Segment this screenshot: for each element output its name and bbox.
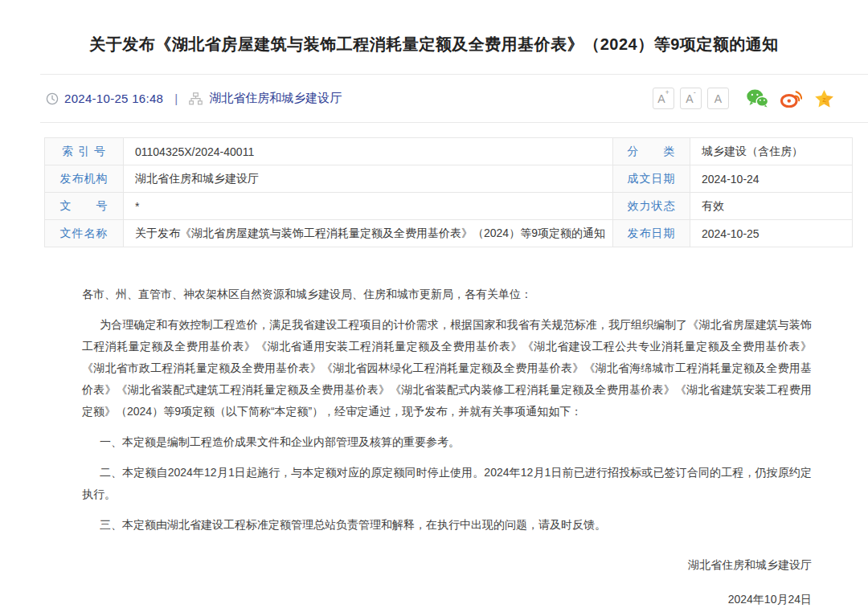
table-row: 发布机构 湖北省住房和城乡建设厅 成文日期 2024-10-24 (45, 165, 853, 193)
wechat-share-icon[interactable] (747, 89, 768, 108)
info-label-publish-date: 发布日期 (613, 220, 690, 247)
article-page: 关于发布《湖北省房屋建筑与装饰工程消耗量定额及全费用基价表》（2024）等9项定… (0, 32, 868, 608)
clock-icon (46, 92, 59, 105)
paragraph-item-1: 一、本定额是编制工程造价成果文件和企业内部管理及核算的重要参考。 (82, 431, 812, 453)
info-label-category: 分 类 (613, 138, 690, 165)
meta-bar: 2024-10-25 16:48 | 湖北省住房和城乡建设厅 A+ A- A (0, 75, 868, 122)
font-size-decrease-button[interactable]: A- (680, 88, 702, 109)
salutation: 各市、州、直管市、神农架林区自然资源和城乡建设局、住房和城市更新局，各有关单位： (82, 284, 812, 305)
info-label-doc-number: 文 号 (45, 193, 124, 220)
info-label-issuing-agency: 发布机构 (45, 165, 124, 193)
info-label-validity-status: 效力状态 (613, 193, 690, 220)
signature-org: 湖北省住房和城乡建设厅 (82, 554, 812, 576)
table-row: 文 号 * 效力状态 有效 (45, 193, 853, 220)
font-button-label: A (714, 92, 722, 105)
font-button-label: A (686, 92, 693, 105)
meta-separator: | (174, 92, 178, 105)
publish-datetime: 2024-10-25 16:48 (64, 92, 163, 105)
paragraph-intro: 为合理确定和有效控制工程造价，满足我省建设工程项目的计价需求，根据国家和我省有关… (82, 314, 812, 422)
signature-date: 2024年10月24日 (82, 589, 812, 608)
font-size-increase-button[interactable]: A+ (653, 88, 674, 109)
source-department-link[interactable]: 湖北省住房和城乡建设厅 (209, 91, 342, 106)
meta-right-group: A+ A- A (653, 88, 834, 109)
page-title: 关于发布《湖北省房屋建筑与装饰工程消耗量定额及全费用基价表》（2024）等9项定… (48, 32, 820, 56)
font-button-label: A (657, 92, 665, 105)
font-button-sup: + (665, 88, 669, 96)
info-value-issuing-agency: 湖北省住房和城乡建设厅 (124, 165, 613, 193)
info-value-publish-date: 2024-10-25 (690, 220, 853, 247)
info-value-doc-title: 关于发布《湖北省房屋建筑与装饰工程消耗量定额及全费用基价表》（2024）等9项定… (124, 220, 613, 247)
org-icon (189, 92, 203, 105)
info-value-category: 城乡建设（含住房） (690, 138, 853, 165)
info-value-index-number: 01104325X/2024-40011 (124, 138, 613, 165)
info-label-index-number: 索 引 号 (45, 138, 124, 165)
info-value-doc-number: * (124, 193, 613, 220)
paragraph-item-3: 三、本定额由湖北省建设工程标准定额管理总站负责管理和解释，在执行中出现的问题，请… (82, 514, 812, 536)
divider (40, 122, 868, 123)
font-size-reset-button[interactable]: A (707, 88, 729, 109)
info-value-validity-status: 有效 (690, 193, 853, 220)
qzone-share-icon[interactable]: z (814, 89, 834, 108)
weibo-share-icon[interactable] (780, 89, 802, 108)
font-button-sup: - (694, 88, 696, 96)
info-value-written-date: 2024-10-24 (690, 165, 853, 193)
article-body: 各市、州、直管市、神农架林区自然资源和城乡建设局、住房和城市更新局，各有关单位：… (82, 284, 812, 608)
paragraph-item-2: 二、本定额自2024年12月1日起施行，与本定额对应的原定额同时停止使用。202… (82, 462, 812, 505)
table-row: 索 引 号 01104325X/2024-40011 分 类 城乡建设（含住房） (45, 138, 853, 165)
info-label-doc-title: 文件名称 (45, 220, 124, 247)
table-row: 文件名称 关于发布《湖北省房屋建筑与装饰工程消耗量定额及全费用基价表》（2024… (45, 220, 853, 247)
document-info-table: 索 引 号 01104325X/2024-40011 分 类 城乡建设（含住房）… (44, 137, 853, 247)
meta-left-group: 2024-10-25 16:48 | 湖北省住房和城乡建设厅 (46, 91, 342, 106)
svg-text:z: z (822, 96, 826, 104)
info-label-written-date: 成文日期 (613, 165, 690, 193)
